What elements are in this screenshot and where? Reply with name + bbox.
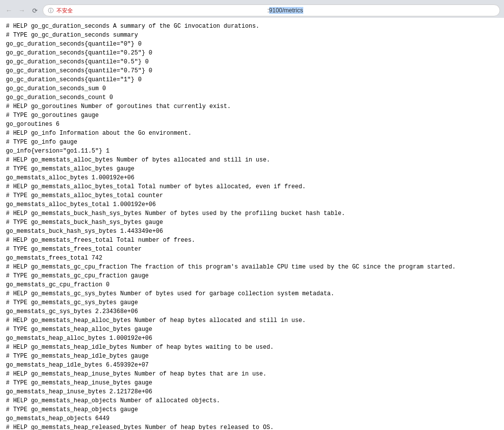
content-line: go_gc_duration_seconds{quantile="0.25"} … — [6, 49, 498, 57]
content-line: # TYPE go_memstats_alloc_bytes_total cou… — [6, 191, 498, 200]
content-line: go_memstats_buck_hash_sys_bytes 1.443349… — [6, 227, 498, 236]
url-highlighted: 9100/metrics — [269, 7, 303, 14]
content-line: go_memstats_heap_inuse_bytes 2.121728e+0… — [6, 387, 498, 396]
content-line: go_memstats_heap_idle_bytes 6.459392e+07 — [6, 361, 498, 370]
browser-chrome: ← → ⟳ ⓘ 不安全 :9100/metrics — [0, 0, 504, 18]
content-line: # TYPE go_memstats_heap_alloc_bytes gaug… — [6, 325, 498, 334]
content-line: go_memstats_heap_objects 6449 — [6, 414, 498, 423]
content-line: # HELP go_memstats_heap_inuse_bytes Numb… — [6, 370, 498, 378]
content-line: # TYPE go_memstats_buck_hash_sys_bytes g… — [6, 218, 498, 227]
content-line: # HELP go_memstats_alloc_bytes Number of… — [6, 156, 498, 164]
content-line: go_memstats_gc_sys_bytes 2.234368e+06 — [6, 307, 498, 316]
url-text: :9100/metrics — [76, 7, 495, 14]
content-line: # HELP go_memstats_frees_total Total num… — [6, 236, 498, 245]
content-line: # TYPE go_memstats_heap_objects gauge — [6, 405, 498, 414]
content-line: go_gc_duration_seconds{quantile="1"} 0 — [6, 75, 498, 84]
content-line: # HELP go_info Information about the Go … — [6, 129, 498, 138]
content-line: go_gc_duration_seconds_count 0 — [6, 93, 498, 102]
address-bar[interactable]: ⓘ 不安全 :9100/metrics — [43, 4, 500, 16]
security-icon: ⓘ — [48, 7, 54, 14]
content-line: # HELP go_memstats_heap_objects Number o… — [6, 396, 498, 405]
content-line: go_gc_duration_seconds_sum 0 — [6, 84, 498, 93]
content-line: go_memstats_frees_total 742 — [6, 254, 498, 263]
content-line: # TYPE go_memstats_gc_sys_bytes gauge — [6, 298, 498, 307]
back-button[interactable]: ← — [4, 5, 14, 15]
content-line: # HELP go_memstats_alloc_bytes_total Tot… — [6, 182, 498, 191]
reload-button[interactable]: ⟳ — [30, 5, 40, 15]
content-line: # HELP go_memstats_gc_cpu_fraction The f… — [6, 263, 498, 271]
content-line: # TYPE go_memstats_heap_idle_bytes gauge — [6, 352, 498, 361]
content-line: go_memstats_gc_cpu_fraction 0 — [6, 280, 498, 289]
content-line: # TYPE go_memstats_frees_total counter — [6, 245, 498, 254]
content-line: # TYPE go_memstats_gc_cpu_fraction gauge — [6, 271, 498, 280]
security-label: 不安全 — [56, 7, 73, 14]
content-line: go_info{version="go1.11.5"} 1 — [6, 147, 498, 156]
content-line: # HELP go_memstats_heap_alloc_bytes Numb… — [6, 316, 498, 325]
content-line: # HELP go_gc_duration_seconds A summary … — [6, 22, 498, 31]
content-line: # HELP go_memstats_heap_released_bytes N… — [6, 423, 498, 430]
content-line: # HELP go_memstats_buck_hash_sys_bytes N… — [6, 209, 498, 218]
content-line: # HELP go_memstats_gc_sys_bytes Number o… — [6, 289, 498, 298]
content-line: # TYPE go_memstats_heap_inuse_bytes gaug… — [6, 378, 498, 387]
content-line: # TYPE go_memstats_alloc_bytes gauge — [6, 164, 498, 173]
content-line: go_gc_duration_seconds{quantile="0"} 0 — [6, 40, 498, 49]
content-line: go_memstats_alloc_bytes_total 1.000192e+… — [6, 200, 498, 209]
content-line: go_gc_duration_seconds{quantile="0.5"} 0 — [6, 57, 498, 66]
content-line: # HELP go_goroutines Number of goroutine… — [6, 102, 498, 111]
content-line: go_gc_duration_seconds{quantile="0.75"} … — [6, 66, 498, 75]
metrics-content: # HELP go_gc_duration_seconds A summary … — [0, 18, 504, 430]
content-line: # TYPE go_info gauge — [6, 138, 498, 147]
content-line: go_goroutines 6 — [6, 120, 498, 129]
content-line: go_memstats_alloc_bytes 1.000192e+06 — [6, 173, 498, 182]
content-line: # TYPE go_goroutines gauge — [6, 111, 498, 120]
browser-toolbar: ← → ⟳ ⓘ 不安全 :9100/metrics — [4, 3, 500, 18]
content-line: # HELP go_memstats_heap_idle_bytes Numbe… — [6, 343, 498, 352]
forward-button[interactable]: → — [17, 5, 27, 15]
content-line: go_memstats_heap_alloc_bytes 1.000192e+0… — [6, 334, 498, 343]
content-line: # TYPE go_gc_duration_seconds summary — [6, 31, 498, 40]
